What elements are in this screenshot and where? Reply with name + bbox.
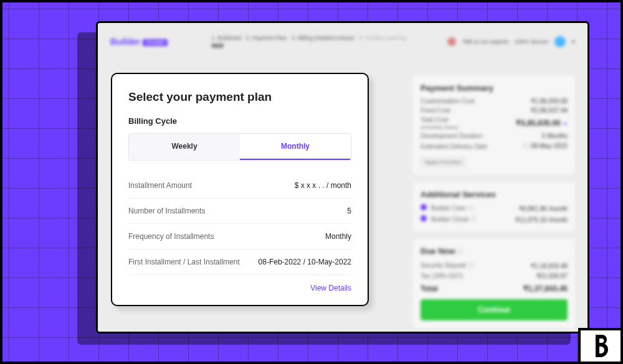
service-toggle-icon[interactable]: [421, 204, 427, 210]
detail-label: Frequency of Installments: [128, 232, 214, 241]
summary-total-row: Total Cost (Including Taxes) ₹5,85,835.0…: [421, 116, 568, 130]
due-now-card: Due Now ⓘ Security Deposit ⓘ ₹1,16,816.4…: [413, 239, 575, 328]
due-now-heading: Due Now ⓘ: [421, 246, 568, 256]
outer-frame: Builder STUDIO 1. Buildcard 2. Payment P…: [0, 0, 623, 364]
summary-label: Customisation Cost: [421, 98, 475, 105]
due-total-label: Total: [421, 284, 438, 293]
due-row: Tax (18% GST) ₹21,026.97: [421, 273, 568, 279]
side-panel: Payment Summary Customisation Cost ₹1,96…: [413, 76, 575, 334]
summary-total-value: ₹5,85,835.00 ▼: [516, 119, 568, 128]
detail-row: Frequency of Installments Monthly: [128, 224, 351, 250]
payment-plan-modal: Select your payment plan Billing Cycle W…: [111, 73, 369, 306]
summary-label: Fixed Cost: [421, 107, 450, 114]
brand-tag: STUDIO: [143, 39, 168, 46]
view-details-link[interactable]: View Details: [128, 284, 351, 292]
info-icon[interactable]: ⓘ: [468, 262, 474, 269]
detail-row: First Installment / Last Installment 08-…: [128, 250, 351, 275]
service-row: Builder Care ⓘ ₹4,881.96 /month: [421, 204, 568, 213]
detail-label: Installment Amount: [128, 181, 192, 190]
tab-monthly[interactable]: Monthly: [240, 134, 351, 160]
detail-value: 5: [347, 207, 351, 215]
service-price: ₹4,881.96 /month: [519, 205, 568, 212]
continue-button[interactable]: Continue: [421, 299, 568, 320]
summary-row: Fixed Cost ₹2,99,537.04: [421, 107, 568, 114]
payment-summary-card: Payment Summary Customisation Cost ₹1,96…: [413, 76, 575, 175]
due-total-value: ₹1,37,843.45: [523, 284, 568, 293]
step-subtitle: app: [211, 41, 441, 49]
expert-avatar-icon: [447, 37, 456, 46]
detail-value: Monthly: [325, 232, 351, 241]
topbar-right: Talk to our experts 100% Secure ▾: [447, 36, 575, 47]
summary-row: Estimated Delivery Date ⓘ 08-May-2022: [421, 142, 568, 151]
step-4[interactable]: 4. Confirm and Pay: [359, 35, 407, 41]
detail-row: Installment Amount $ x x x . . / month: [128, 173, 351, 198]
info-icon[interactable]: ⓘ: [457, 249, 463, 255]
detail-row: Number of Installments 5: [128, 198, 351, 224]
topbar: Builder STUDIO 1. Buildcard 2. Payment P…: [110, 29, 575, 54]
summary-label: Development Duration: [421, 133, 483, 139]
due-row: Security Deposit ⓘ ₹1,16,816.48: [421, 261, 568, 270]
secure-badge: 100% Secure: [515, 39, 548, 45]
summary-row: Development Duration 5 Months: [421, 133, 568, 139]
brand-name: Builder: [110, 37, 140, 47]
payment-summary-heading: Payment Summary: [421, 83, 568, 93]
breadcrumb-steps: 1. Buildcard 2. Payment Plan 3. Billing …: [211, 35, 441, 49]
tab-weekly[interactable]: Weekly: [129, 134, 240, 160]
service-row: Builder Cloud ⓘ ₹11,075.16 /month: [421, 215, 568, 224]
billing-cycle-heading: Billing Cycle: [128, 116, 351, 126]
billing-cycle-tabs: Weekly Monthly: [128, 133, 351, 161]
step-3[interactable]: 3. Billing Details/Contract: [292, 35, 354, 41]
summary-value: ⓘ 08-May-2022: [523, 142, 568, 151]
summary-total-label: Total Cost (Including Taxes): [421, 116, 458, 130]
service-name: Builder Care ⓘ: [421, 204, 473, 213]
apply-promotion-button[interactable]: Apply Promotion: [421, 157, 466, 167]
step-2[interactable]: 2. Payment Plan: [245, 35, 287, 41]
service-toggle-icon[interactable]: [421, 215, 427, 222]
brand-logo: Builder STUDIO: [110, 37, 168, 47]
talk-to-experts-link[interactable]: Talk to our experts: [462, 39, 508, 45]
summary-row: Customisation Cost ₹1,96,933.00: [421, 98, 568, 105]
summary-value: ₹2,99,537.04: [531, 107, 568, 114]
additional-services-card: Additional Services Builder Care ⓘ ₹4,88…: [413, 182, 575, 231]
detail-label: First Installment / Last Installment: [128, 258, 240, 266]
detail-value: 08-Feb-2022 / 10-May-2022: [259, 258, 351, 266]
additional-services-heading: Additional Services: [421, 190, 568, 199]
brand-mark-icon: [578, 328, 623, 364]
modal-title: Select your payment plan: [128, 90, 351, 104]
summary-label: Estimated Delivery Date: [421, 143, 487, 150]
info-icon[interactable]: ⓘ: [467, 205, 473, 212]
service-name: Builder Cloud ⓘ: [421, 215, 477, 224]
due-label: Security Deposit ⓘ: [421, 261, 474, 270]
step-1[interactable]: 1. Buildcard: [211, 35, 241, 41]
detail-value: $ x x x . . / month: [295, 181, 351, 190]
chevron-down-icon[interactable]: ▾: [572, 39, 575, 45]
service-price: ₹11,075.16 /month: [515, 217, 568, 223]
info-icon[interactable]: ⓘ: [523, 142, 531, 149]
due-value: ₹1,16,816.48: [531, 263, 568, 269]
due-label: Tax (18% GST): [421, 273, 463, 279]
due-total-row: Total ₹1,37,843.45: [421, 284, 568, 293]
summary-value: 5 Months: [542, 133, 568, 139]
info-icon[interactable]: ⓘ: [470, 216, 477, 223]
detail-label: Number of Installments: [128, 207, 205, 215]
chevron-down-icon[interactable]: ▼: [563, 121, 568, 127]
summary-value: ₹1,96,933.00: [531, 98, 568, 105]
user-avatar-icon[interactable]: [554, 36, 566, 47]
due-value: ₹21,026.97: [536, 273, 568, 279]
